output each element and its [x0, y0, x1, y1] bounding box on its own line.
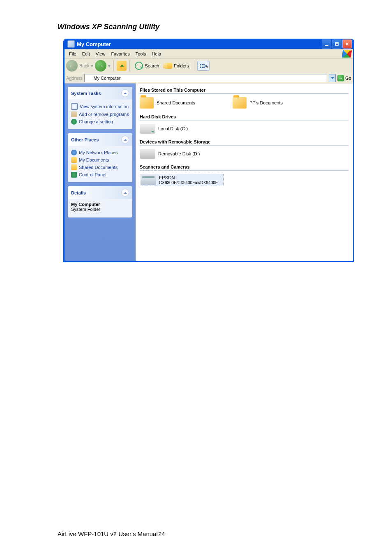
place-network[interactable]: My Network Places [71, 149, 129, 156]
menu-view[interactable]: View [93, 51, 108, 57]
collapse-icon[interactable] [121, 136, 129, 143]
folders-label: Folders [174, 63, 189, 68]
up-button[interactable] [117, 61, 127, 71]
programs-icon [71, 111, 77, 117]
footer-text: AirLive WFP-101U v2 User's Manual [58, 530, 158, 537]
page-footer: AirLive WFP-101U v2 User's Manual 24 [58, 530, 158, 537]
back-label: Back [79, 63, 89, 68]
collapse-icon[interactable] [121, 189, 129, 197]
titlebar[interactable]: My Computer [65, 39, 353, 49]
scanner-icon [141, 175, 156, 185]
task-label: Add or remove programs [79, 112, 129, 117]
place-label: Shared Documents [79, 165, 118, 170]
search-button[interactable]: Search [133, 61, 161, 71]
other-places-header[interactable]: Other Places [68, 133, 132, 146]
folder-icon [71, 164, 77, 170]
page-number: 24 [158, 530, 165, 537]
control-panel-icon [71, 172, 77, 178]
my-computer-icon [86, 75, 92, 81]
task-label: View system information [80, 104, 129, 109]
folder-icon [233, 97, 247, 109]
go-arrow-icon: → [337, 75, 344, 81]
system-tasks-header[interactable]: System Tasks [68, 87, 132, 99]
search-label: Search [145, 63, 159, 68]
my-computer-icon [67, 40, 75, 48]
disk-icon [140, 124, 155, 134]
folder-icon [140, 97, 154, 109]
details-type: System Folder [71, 207, 129, 212]
item-label: PP's Documents [249, 100, 283, 105]
views-icon [200, 64, 204, 68]
page-heading: Windows XP Scanning Utility [58, 23, 392, 31]
task-view-system-info[interactable]: View system information [71, 102, 129, 111]
collapse-icon[interactable] [121, 89, 129, 97]
menubar: File Edit View Favorites Tools Help [65, 49, 353, 59]
address-input[interactable]: My Computer [84, 74, 327, 82]
place-label: My Documents [79, 157, 109, 162]
group-header: Files Stored on This Computer [140, 88, 349, 94]
windows-flag-icon [342, 50, 352, 58]
details-header[interactable]: Details [68, 186, 132, 199]
window-title: My Computer [77, 41, 111, 47]
place-mydocs[interactable]: My Documents [71, 156, 129, 164]
go-button[interactable]: → Go [337, 75, 351, 81]
task-add-remove[interactable]: Add or remove programs [71, 111, 129, 118]
item-shared-documents[interactable]: Shared Documents [140, 97, 222, 109]
item-scanner-epson[interactable]: EPSON CX9300F/CX9400Fax/DX9400F [140, 174, 224, 186]
explorer-window: My Computer File Edit View Favorites Too… [63, 39, 354, 262]
folder-icon [71, 157, 77, 163]
place-label: My Network Places [79, 150, 118, 155]
group-header: Devices with Removable Storage [140, 139, 349, 146]
address-label: Address [66, 76, 83, 81]
close-button[interactable] [342, 39, 352, 49]
toolbar: ← Back ▾ → ▾ Search Folders ▼ [65, 59, 353, 73]
place-controlpanel[interactable]: Control Panel [71, 171, 129, 178]
group-header: Hard Disk Drives [140, 114, 349, 120]
menu-help[interactable]: Help [149, 51, 164, 57]
views-button[interactable]: ▼ [197, 61, 210, 71]
other-places-panel: Other Places My Network Places My Docume… [68, 133, 132, 182]
network-icon [71, 150, 77, 155]
item-removable-disk-d[interactable]: Removable Disk (D:) [140, 149, 222, 159]
minimize-button[interactable] [322, 39, 331, 49]
gear-icon [71, 119, 77, 125]
details-name: My Computer [71, 202, 129, 207]
place-label: Control Panel [79, 172, 106, 177]
chevron-down-icon: ▼ [205, 65, 207, 67]
task-label: Change a setting [79, 119, 113, 124]
forward-dropdown-icon[interactable]: ▾ [108, 63, 111, 69]
sidebar: System Tasks View system information Add… [65, 83, 136, 261]
item-label: Local Disk (C:) [158, 126, 188, 131]
address-bar: Address My Computer → Go [65, 73, 353, 83]
back-dropdown-icon[interactable]: ▾ [91, 63, 93, 69]
details-panel: Details My Computer System Folder [68, 186, 132, 217]
place-shared[interactable]: Shared Documents [71, 164, 129, 171]
info-icon [71, 103, 78, 110]
system-tasks-title: System Tasks [71, 91, 101, 96]
item-label: Shared Documents [157, 100, 195, 105]
back-button[interactable]: ← [66, 60, 78, 72]
item-local-disk-c[interactable]: Local Disk (C:) [140, 124, 222, 134]
folders-icon [165, 63, 172, 69]
menu-file[interactable]: File [66, 51, 79, 57]
menu-favorites[interactable]: Favorites [108, 51, 132, 57]
search-icon [135, 62, 143, 70]
item-user-documents[interactable]: PP's Documents [233, 97, 315, 109]
go-label: Go [345, 76, 351, 81]
item-label: EPSON CX9300F/CX9400Fax/DX9400F [159, 175, 218, 185]
item-label: Removable Disk (D:) [158, 151, 200, 156]
removable-disk-icon [140, 149, 155, 159]
address-dropdown[interactable] [329, 74, 336, 82]
forward-button[interactable]: → [95, 60, 106, 72]
content-area: Files Stored on This Computer Shared Doc… [136, 83, 353, 261]
details-title: Details [71, 190, 86, 195]
menu-edit[interactable]: Edit [79, 51, 93, 57]
menu-tools[interactable]: Tools [133, 51, 149, 57]
task-change-setting[interactable]: Change a setting [71, 118, 129, 125]
maximize-button[interactable] [332, 39, 341, 49]
address-value: My Computer [93, 76, 120, 81]
folders-button[interactable]: Folders [163, 62, 191, 69]
other-places-title: Other Places [71, 137, 99, 142]
system-tasks-panel: System Tasks View system information Add… [68, 87, 132, 129]
group-header: Scanners and Cameras [140, 164, 349, 171]
